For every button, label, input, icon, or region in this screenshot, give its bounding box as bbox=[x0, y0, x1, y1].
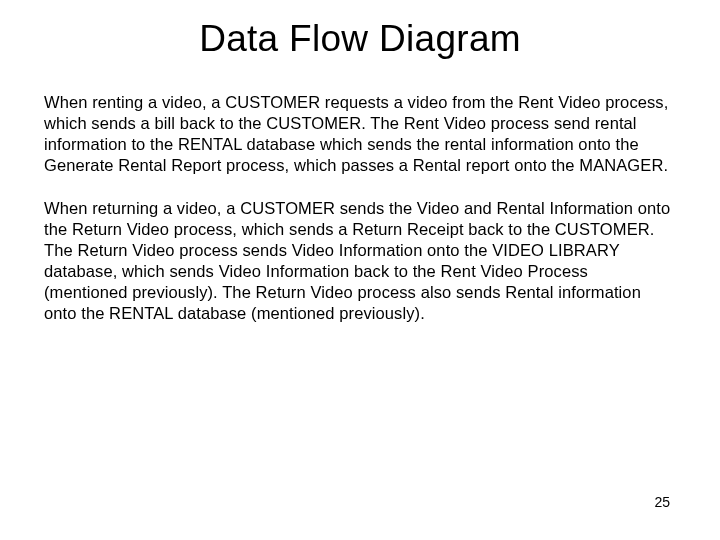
slide-title: Data Flow Diagram bbox=[44, 18, 676, 60]
page-number: 25 bbox=[654, 494, 670, 510]
paragraph-renting: When renting a video, a CUSTOMER request… bbox=[44, 92, 676, 176]
paragraph-returning: When returning a video, a CUSTOMER sends… bbox=[44, 198, 676, 324]
slide-container: Data Flow Diagram When renting a video, … bbox=[0, 0, 720, 540]
